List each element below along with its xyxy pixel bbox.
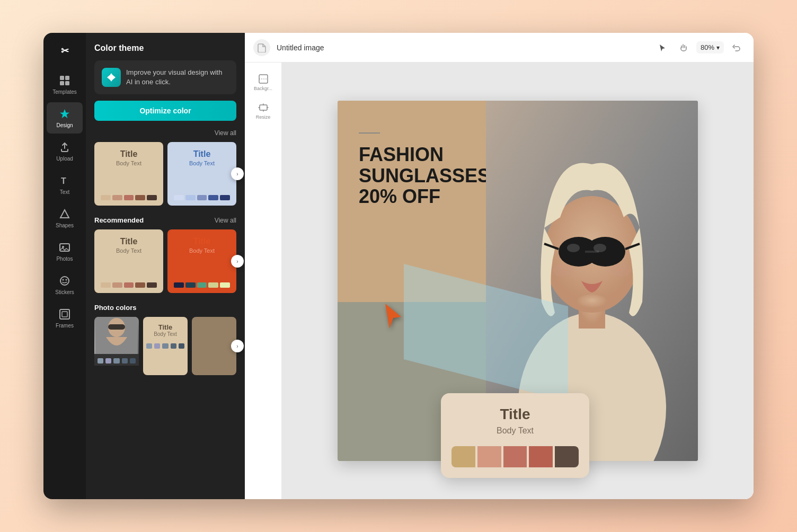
- rec-card-title: Title: [189, 237, 215, 246]
- sidebar-item-upload[interactable]: Upload: [47, 136, 83, 167]
- svg-rect-1: [65, 76, 69, 80]
- templates-icon: [58, 74, 71, 87]
- resize-tool[interactable]: Resize: [250, 97, 277, 124]
- canvas-header: Untitled image 80% ▾: [245, 33, 754, 63]
- sidebar-item-label: Templates: [52, 89, 77, 95]
- tooltip-swatch-4: [529, 446, 553, 467]
- theme-cards-grid: Title Body Text Title Body Text: [94, 142, 236, 206]
- view-all-themes[interactable]: View all: [215, 129, 236, 137]
- canvas-text-area: FASHION SUNGLASSES 20% OFF: [359, 132, 490, 212]
- sidebar-item-photos[interactable]: Photos: [47, 236, 83, 267]
- svg-rect-10: [60, 309, 69, 319]
- ai-promo-text: Improve your visual design with AI in on…: [126, 68, 229, 87]
- app-logo[interactable]: ✂: [55, 41, 74, 60]
- sidebar-item-label: Upload: [56, 156, 73, 162]
- sidebar-item-label: Stickers: [55, 289, 74, 295]
- tooltip-card-body: Body Text: [451, 426, 579, 436]
- shapes-icon: [58, 208, 71, 220]
- color-theme-panel: Color theme Improve your visual design w…: [86, 33, 245, 499]
- panel-title: Color theme: [94, 43, 236, 53]
- svg-point-27: [594, 244, 606, 252]
- stickers-icon: [58, 274, 71, 287]
- hand-tool-button[interactable]: [675, 39, 692, 56]
- theme-color-swatches: [174, 195, 230, 200]
- tooltip-card[interactable]: Title Body Text: [441, 393, 589, 478]
- document-title: Untitled image: [277, 43, 648, 52]
- rec-color-swatches: [101, 282, 157, 288]
- optimize-color-button[interactable]: Optimize color: [94, 101, 236, 121]
- svg-rect-2: [60, 81, 64, 85]
- background-tool[interactable]: Backgr...: [250, 69, 277, 95]
- sidebar-item-shapes[interactable]: Shapes: [47, 202, 83, 234]
- chevron-down-icon: ▾: [716, 44, 720, 51]
- photo-swatches-1: [98, 358, 136, 363]
- view-all-recommended[interactable]: View all: [215, 217, 236, 224]
- photo-colors-label: Photo colors: [94, 304, 136, 312]
- zoom-value: 80%: [701, 43, 714, 51]
- rec-card-body: Body Text: [189, 247, 215, 254]
- sidebar-item-label: Text: [60, 189, 69, 195]
- logo-icon: ✂: [61, 45, 69, 57]
- svg-rect-11: [62, 312, 67, 317]
- sidebar-item-frames[interactable]: Frames: [47, 303, 83, 334]
- svg-point-28: [552, 264, 573, 277]
- photo-swatches-2: [143, 343, 188, 352]
- svg-point-26: [567, 244, 580, 252]
- document-icon: [253, 39, 270, 56]
- recommended-section-header: Recommended View all: [94, 216, 236, 224]
- sidebar-item-stickers[interactable]: Stickers: [47, 269, 83, 300]
- theme-card-warm-earth[interactable]: Title Body Text: [94, 142, 163, 206]
- sidebar-item-design[interactable]: Design: [47, 102, 83, 134]
- icon-sidebar: ✂ Templates Design Upload T Text: [43, 33, 86, 499]
- canvas-body: Backgr... Resize FASHION: [245, 63, 754, 499]
- photo-colors-section-header: Photo colors: [94, 304, 236, 312]
- rec-card-body: Body Text: [116, 247, 141, 254]
- theme-card-title: Title: [189, 149, 215, 159]
- tooltip-swatch-5: [555, 446, 579, 467]
- photo-card-2[interactable]: Title Body Text: [143, 317, 188, 375]
- svg-point-7: [60, 277, 69, 285]
- tooltip-swatch-3: [503, 446, 527, 467]
- canvas-main[interactable]: FASHION SUNGLASSES 20% OFF: [282, 63, 754, 499]
- sidebar-item-templates[interactable]: Templates: [47, 69, 83, 100]
- photo-card-1[interactable]: [94, 317, 139, 375]
- zoom-control[interactable]: 80% ▾: [696, 41, 724, 54]
- svg-rect-3: [65, 81, 69, 85]
- theme-card-body: Body Text: [189, 160, 215, 166]
- decorative-line: [359, 132, 380, 134]
- svg-rect-14: [108, 324, 125, 330]
- theme-card-body: Body Text: [116, 160, 141, 166]
- theme-next-arrow[interactable]: ›: [231, 167, 244, 180]
- undo-button[interactable]: [728, 39, 745, 56]
- canvas-tools-sidebar: Backgr... Resize: [245, 63, 282, 499]
- tooltip-swatch-1: [451, 446, 475, 467]
- text-icon: T: [58, 174, 71, 187]
- recommended-card-2[interactable]: Title Body Text: [167, 229, 236, 293]
- ai-promo-icon: [102, 68, 121, 87]
- svg-rect-0: [60, 76, 64, 80]
- canvas-area: Untitled image 80% ▾: [245, 33, 754, 499]
- canvas-controls: 80% ▾: [654, 39, 745, 56]
- recommended-next-arrow[interactable]: ›: [231, 255, 244, 268]
- rec-card-title: Title: [116, 237, 141, 246]
- svg-point-8: [63, 279, 64, 281]
- tooltip-color-swatches: [451, 446, 579, 467]
- svg-text:T: T: [61, 176, 66, 185]
- recommended-cards-grid: Title Body Text Title Body Text: [94, 229, 236, 293]
- sidebar-item-label: Design: [56, 122, 73, 128]
- photo-thumbnail: [94, 317, 139, 354]
- svg-point-29: [610, 264, 632, 277]
- ai-promo-box: Improve your visual design with AI in on…: [94, 60, 236, 94]
- photo-colors-next-arrow[interactable]: ›: [231, 340, 244, 352]
- photo-card-3-partial[interactable]: [192, 317, 236, 375]
- cursor-tool-button[interactable]: [654, 39, 671, 56]
- svg-point-9: [66, 279, 67, 281]
- resize-tool-label: Resize: [256, 114, 271, 120]
- theme-card-blue[interactable]: Title Body Text: [167, 142, 236, 206]
- theme-color-swatches: [101, 195, 157, 200]
- sidebar-item-text[interactable]: T Text: [47, 169, 83, 200]
- canvas-heading: FASHION SUNGLASSES 20% OFF: [359, 144, 490, 207]
- design-icon: [58, 108, 71, 120]
- recommended-card-1[interactable]: Title Body Text: [94, 229, 163, 293]
- photo-colors-grid: Title Body Text ›: [94, 317, 236, 375]
